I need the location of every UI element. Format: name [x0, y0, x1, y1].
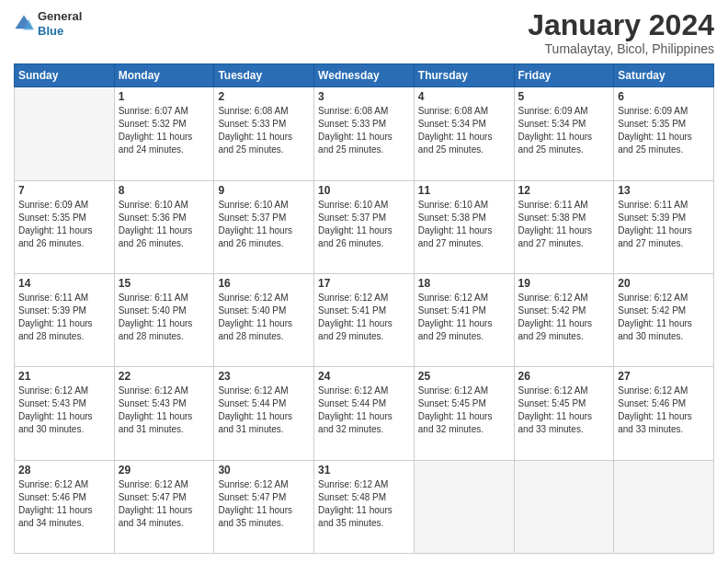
day-info: Sunrise: 6:12 AM Sunset: 5:45 PM Dayligh…	[518, 385, 610, 436]
day-number: 11	[418, 184, 510, 197]
day-info: Sunrise: 6:11 AM Sunset: 5:39 PM Dayligh…	[18, 292, 110, 343]
day-number: 6	[618, 90, 710, 103]
day-info: Sunrise: 6:12 AM Sunset: 5:41 PM Dayligh…	[418, 292, 510, 343]
day-cell: 29Sunrise: 6:12 AM Sunset: 5:47 PM Dayli…	[114, 460, 214, 553]
header: General Blue January 2024 Tumalaytay, Bi…	[14, 9, 714, 56]
week-row-5: 28Sunrise: 6:12 AM Sunset: 5:46 PM Dayli…	[15, 460, 714, 553]
day-number: 22	[119, 370, 210, 383]
day-cell: 16Sunrise: 6:12 AM Sunset: 5:40 PM Dayli…	[214, 273, 314, 366]
week-row-2: 7Sunrise: 6:09 AM Sunset: 5:35 PM Daylig…	[15, 180, 714, 273]
day-number: 17	[318, 277, 410, 290]
day-info: Sunrise: 6:12 AM Sunset: 5:48 PM Dayligh…	[318, 478, 410, 530]
day-cell	[614, 460, 714, 553]
day-number: 30	[218, 464, 310, 477]
calendar-table: SundayMondayTuesdayWednesdayThursdayFrid…	[14, 63, 714, 554]
day-number: 14	[18, 277, 110, 290]
day-number: 19	[518, 277, 610, 290]
day-cell: 6Sunrise: 6:09 AM Sunset: 5:35 PM Daylig…	[614, 87, 714, 180]
day-info: Sunrise: 6:10 AM Sunset: 5:37 PM Dayligh…	[218, 199, 310, 250]
day-cell: 9Sunrise: 6:10 AM Sunset: 5:37 PM Daylig…	[214, 180, 314, 273]
day-cell: 20Sunrise: 6:12 AM Sunset: 5:42 PM Dayli…	[614, 273, 714, 366]
day-number: 29	[119, 464, 210, 477]
day-number: 25	[418, 370, 510, 383]
day-cell: 8Sunrise: 6:10 AM Sunset: 5:36 PM Daylig…	[114, 180, 214, 273]
day-cell: 11Sunrise: 6:10 AM Sunset: 5:38 PM Dayli…	[414, 180, 514, 273]
day-number: 21	[18, 370, 110, 383]
day-cell	[15, 87, 115, 180]
day-cell: 27Sunrise: 6:12 AM Sunset: 5:46 PM Dayli…	[614, 367, 714, 460]
day-cell: 7Sunrise: 6:09 AM Sunset: 5:35 PM Daylig…	[15, 180, 115, 273]
day-cell	[414, 460, 514, 553]
day-number: 12	[518, 184, 610, 197]
day-number: 31	[318, 464, 410, 477]
day-cell: 4Sunrise: 6:08 AM Sunset: 5:34 PM Daylig…	[414, 87, 514, 180]
day-info: Sunrise: 6:09 AM Sunset: 5:35 PM Dayligh…	[618, 105, 710, 156]
day-info: Sunrise: 6:09 AM Sunset: 5:34 PM Dayligh…	[518, 105, 610, 156]
day-number: 5	[518, 90, 610, 103]
day-info: Sunrise: 6:12 AM Sunset: 5:47 PM Dayligh…	[218, 478, 310, 530]
week-row-1: 1Sunrise: 6:07 AM Sunset: 5:32 PM Daylig…	[15, 87, 714, 180]
day-cell: 21Sunrise: 6:12 AM Sunset: 5:43 PM Dayli…	[15, 367, 115, 460]
day-number: 2	[218, 90, 310, 103]
day-info: Sunrise: 6:08 AM Sunset: 5:33 PM Dayligh…	[318, 105, 410, 156]
day-cell: 22Sunrise: 6:12 AM Sunset: 5:43 PM Dayli…	[114, 367, 214, 460]
day-info: Sunrise: 6:12 AM Sunset: 5:46 PM Dayligh…	[18, 478, 110, 530]
day-number: 10	[318, 184, 410, 197]
day-cell: 3Sunrise: 6:08 AM Sunset: 5:33 PM Daylig…	[314, 87, 415, 180]
day-info: Sunrise: 6:08 AM Sunset: 5:33 PM Dayligh…	[218, 105, 310, 156]
month-title: January 2024	[528, 9, 714, 41]
day-info: Sunrise: 6:12 AM Sunset: 5:43 PM Dayligh…	[18, 385, 110, 436]
title-block: January 2024 Tumalaytay, Bicol, Philippi…	[528, 9, 714, 56]
day-info: Sunrise: 6:12 AM Sunset: 5:43 PM Dayligh…	[119, 385, 210, 436]
day-cell: 24Sunrise: 6:12 AM Sunset: 5:44 PM Dayli…	[314, 367, 415, 460]
day-cell: 13Sunrise: 6:11 AM Sunset: 5:39 PM Dayli…	[614, 180, 714, 273]
day-info: Sunrise: 6:12 AM Sunset: 5:47 PM Dayligh…	[119, 478, 210, 530]
weekday-friday: Friday	[514, 64, 614, 87]
day-info: Sunrise: 6:12 AM Sunset: 5:44 PM Dayligh…	[218, 385, 310, 436]
weekday-thursday: Thursday	[414, 64, 514, 87]
subtitle: Tumalaytay, Bicol, Philippines	[528, 41, 714, 56]
week-row-3: 14Sunrise: 6:11 AM Sunset: 5:39 PM Dayli…	[15, 273, 714, 366]
day-cell: 14Sunrise: 6:11 AM Sunset: 5:39 PM Dayli…	[15, 273, 115, 366]
day-info: Sunrise: 6:10 AM Sunset: 5:38 PM Dayligh…	[418, 199, 510, 250]
day-info: Sunrise: 6:10 AM Sunset: 5:37 PM Dayligh…	[318, 199, 410, 250]
day-cell	[514, 460, 614, 553]
day-info: Sunrise: 6:11 AM Sunset: 5:40 PM Dayligh…	[119, 292, 210, 343]
day-number: 1	[119, 90, 210, 103]
weekday-tuesday: Tuesday	[214, 64, 314, 87]
day-number: 28	[18, 464, 110, 477]
day-cell: 17Sunrise: 6:12 AM Sunset: 5:41 PM Dayli…	[314, 273, 415, 366]
day-info: Sunrise: 6:09 AM Sunset: 5:35 PM Dayligh…	[18, 199, 110, 250]
weekday-header-row: SundayMondayTuesdayWednesdayThursdayFrid…	[15, 64, 714, 87]
day-cell: 23Sunrise: 6:12 AM Sunset: 5:44 PM Dayli…	[214, 367, 314, 460]
logo: General Blue	[14, 9, 82, 38]
day-number: 3	[318, 90, 410, 103]
day-cell: 18Sunrise: 6:12 AM Sunset: 5:41 PM Dayli…	[414, 273, 514, 366]
day-cell: 26Sunrise: 6:12 AM Sunset: 5:45 PM Dayli…	[514, 367, 614, 460]
day-cell: 15Sunrise: 6:11 AM Sunset: 5:40 PM Dayli…	[114, 273, 214, 366]
day-info: Sunrise: 6:11 AM Sunset: 5:38 PM Dayligh…	[518, 199, 610, 250]
day-info: Sunrise: 6:12 AM Sunset: 5:40 PM Dayligh…	[218, 292, 310, 343]
day-info: Sunrise: 6:12 AM Sunset: 5:46 PM Dayligh…	[618, 385, 710, 436]
day-number: 7	[18, 184, 110, 197]
day-cell: 10Sunrise: 6:10 AM Sunset: 5:37 PM Dayli…	[314, 180, 415, 273]
day-info: Sunrise: 6:12 AM Sunset: 5:42 PM Dayligh…	[618, 292, 710, 343]
day-number: 16	[218, 277, 310, 290]
day-info: Sunrise: 6:12 AM Sunset: 5:44 PM Dayligh…	[318, 385, 410, 436]
day-number: 23	[218, 370, 310, 383]
page: General Blue January 2024 Tumalaytay, Bi…	[0, 0, 728, 563]
logo-blue: Blue	[38, 24, 82, 39]
day-info: Sunrise: 6:07 AM Sunset: 5:32 PM Dayligh…	[119, 105, 210, 156]
day-cell: 28Sunrise: 6:12 AM Sunset: 5:46 PM Dayli…	[15, 460, 115, 553]
day-info: Sunrise: 6:12 AM Sunset: 5:45 PM Dayligh…	[418, 385, 510, 436]
logo-general: General	[38, 9, 82, 24]
week-row-4: 21Sunrise: 6:12 AM Sunset: 5:43 PM Dayli…	[15, 367, 714, 460]
weekday-monday: Monday	[114, 64, 214, 87]
day-info: Sunrise: 6:08 AM Sunset: 5:34 PM Dayligh…	[418, 105, 510, 156]
day-cell: 1Sunrise: 6:07 AM Sunset: 5:32 PM Daylig…	[114, 87, 214, 180]
day-info: Sunrise: 6:10 AM Sunset: 5:36 PM Dayligh…	[119, 199, 210, 250]
day-number: 27	[618, 370, 710, 383]
day-number: 24	[318, 370, 410, 383]
day-cell: 30Sunrise: 6:12 AM Sunset: 5:47 PM Dayli…	[214, 460, 314, 553]
day-number: 20	[618, 277, 710, 290]
